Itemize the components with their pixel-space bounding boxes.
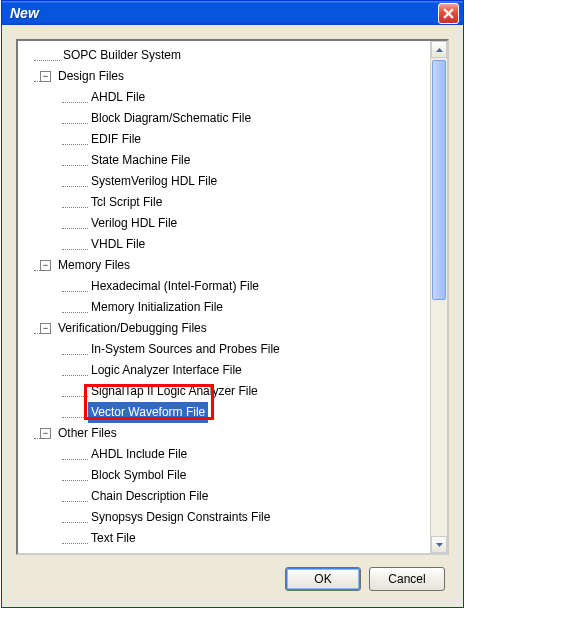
tree-item-label[interactable]: State Machine File [88, 150, 193, 171]
tree-item-label[interactable]: EDIF File [88, 129, 144, 150]
tree-category-label[interactable]: Memory Files [55, 255, 133, 276]
tree-item[interactable]: State Machine File [22, 150, 447, 171]
scroll-down-button[interactable] [431, 536, 447, 553]
tree-item[interactable]: Synopsys Design Constraints File [22, 507, 447, 528]
chevron-up-icon [436, 48, 443, 52]
tree-item[interactable]: SOPC Builder System [22, 45, 447, 66]
tree-item[interactable]: AHDL Include File [22, 444, 447, 465]
tree-item-label[interactable]: VHDL File [88, 234, 148, 255]
tree-category-label[interactable]: Verification/Debugging Files [55, 318, 210, 339]
ok-button[interactable]: OK [285, 567, 361, 591]
tree-item[interactable]: Tcl Script File [22, 192, 447, 213]
tree-item-label[interactable]: Block Symbol File [88, 465, 189, 486]
tree-item-label[interactable]: Verilog HDL File [88, 213, 180, 234]
tree-item[interactable]: EDIF File [22, 129, 447, 150]
tree-item-label[interactable]: Block Diagram/Schematic File [88, 108, 254, 129]
expander-icon[interactable]: − [40, 428, 51, 439]
tree-category[interactable]: −Memory Files [22, 255, 447, 276]
scroll-thumb[interactable] [432, 60, 446, 300]
vertical-scrollbar[interactable] [430, 41, 447, 553]
scroll-track[interactable] [431, 58, 447, 536]
button-row: OK Cancel [16, 555, 449, 593]
tree-item[interactable]: VHDL File [22, 234, 447, 255]
scroll-up-button[interactable] [431, 41, 447, 58]
tree-category-label[interactable]: Design Files [55, 66, 127, 87]
expander-icon[interactable]: − [40, 323, 51, 334]
tree-container: SOPC Builder System−Design FilesAHDL Fil… [16, 39, 449, 555]
tree-category-label[interactable]: Other Files [55, 423, 120, 444]
tree-item[interactable]: SignalTap II Logic Analyzer File [22, 381, 447, 402]
tree-item-label[interactable]: Memory Initialization File [88, 297, 226, 318]
tree-item[interactable]: SystemVerilog HDL File [22, 171, 447, 192]
tree-item-label[interactable]: AHDL File [88, 87, 148, 108]
tree-item-label[interactable]: Vector Waveform File [88, 402, 208, 423]
tree-item-label[interactable]: SystemVerilog HDL File [88, 171, 220, 192]
file-type-tree[interactable]: SOPC Builder System−Design FilesAHDL Fil… [18, 41, 447, 553]
tree-item-label[interactable]: SignalTap II Logic Analyzer File [88, 381, 261, 402]
tree-item-label[interactable]: Chain Description File [88, 486, 211, 507]
window-title: New [10, 5, 39, 21]
tree-item-label[interactable]: Synopsys Design Constraints File [88, 507, 273, 528]
tree-item[interactable]: AHDL File [22, 87, 447, 108]
tree-item-label[interactable]: Tcl Script File [88, 192, 165, 213]
tree-category[interactable]: −Design Files [22, 66, 447, 87]
tree-item[interactable]: In-System Sources and Probes File [22, 339, 447, 360]
tree-category[interactable]: −Other Files [22, 423, 447, 444]
tree-category[interactable]: −Verification/Debugging Files [22, 318, 447, 339]
tree-item[interactable]: Memory Initialization File [22, 297, 447, 318]
tree-item[interactable]: Logic Analyzer Interface File [22, 360, 447, 381]
tree-item-label[interactable]: Logic Analyzer Interface File [88, 360, 245, 381]
content-area: SOPC Builder System−Design FilesAHDL Fil… [2, 25, 463, 607]
tree-item-label[interactable]: In-System Sources and Probes File [88, 339, 283, 360]
cancel-button[interactable]: Cancel [369, 567, 445, 591]
tree-item-label[interactable]: Text File [88, 528, 139, 549]
tree-item[interactable]: Block Symbol File [22, 465, 447, 486]
tree-item[interactable]: Verilog HDL File [22, 213, 447, 234]
close-icon [443, 8, 454, 19]
tree-item[interactable]: Hexadecimal (Intel-Format) File [22, 276, 447, 297]
titlebar[interactable]: New [2, 1, 463, 25]
new-dialog: New SOPC Builder System−Design FilesAHDL… [1, 0, 464, 608]
close-button[interactable] [438, 3, 459, 24]
tree-item-label[interactable]: SOPC Builder System [60, 45, 184, 66]
tree-item-label[interactable]: Hexadecimal (Intel-Format) File [88, 276, 262, 297]
expander-icon[interactable]: − [40, 71, 51, 82]
chevron-down-icon [436, 543, 443, 547]
tree-item[interactable]: Block Diagram/Schematic File [22, 108, 447, 129]
tree-item[interactable]: Chain Description File [22, 486, 447, 507]
tree-item[interactable]: Vector Waveform File [22, 402, 447, 423]
expander-icon[interactable]: − [40, 260, 51, 271]
tree-item[interactable]: Text File [22, 528, 447, 549]
tree-item-label[interactable]: AHDL Include File [88, 444, 190, 465]
